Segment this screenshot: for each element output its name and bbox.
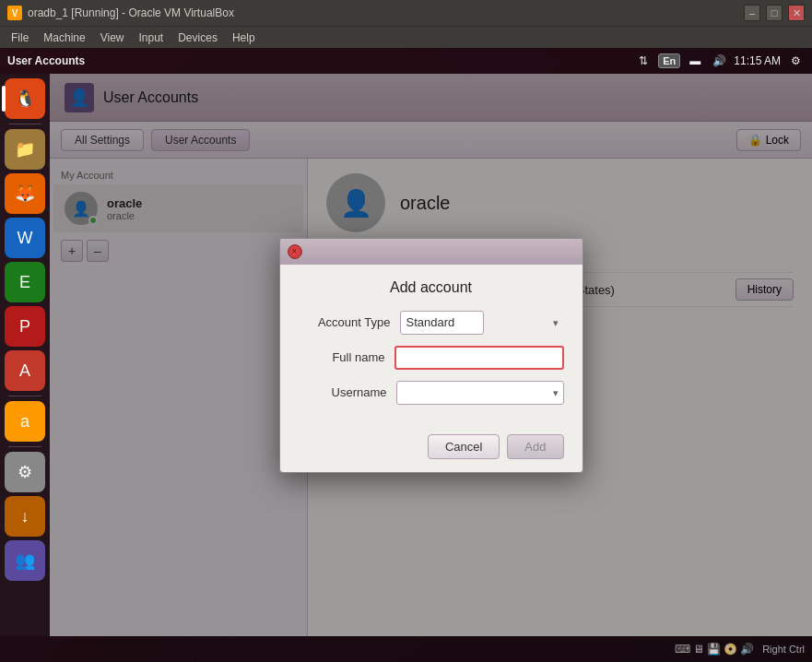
- right-ctrl-label: Right Ctrl: [762, 644, 805, 655]
- impress-icon: P: [19, 317, 30, 337]
- launcher-ubuntu[interactable]: 🐧: [5, 78, 45, 119]
- calc-icon: E: [19, 273, 30, 292]
- username-input[interactable]: [396, 381, 564, 405]
- bottom-icon-2: 🖥: [693, 643, 704, 656]
- battery-icon: ▬: [686, 52, 704, 70]
- launcher-settings[interactable]: ⚙: [5, 452, 45, 492]
- menu-help[interactable]: Help: [225, 30, 263, 46]
- menu-input[interactable]: Input: [132, 30, 171, 46]
- vm-screen: User Accounts ⇅ En ▬ 🔊 11:15 AM ⚙ 🐧 📁 🦊 …: [0, 48, 812, 662]
- bottom-icon-5: 🔊: [740, 643, 754, 656]
- vbox-icon: V: [7, 6, 22, 20]
- restore-button[interactable]: □: [766, 5, 783, 21]
- username-select-wrapper: [396, 381, 564, 405]
- launcher-separator-3: [8, 446, 41, 447]
- fullname-label: Full name: [299, 350, 385, 364]
- bottom-panel: ⌨ 🖥 💾 📀 🔊 Right Ctrl: [0, 636, 812, 662]
- bottom-icons: ⌨ 🖥 💾 📀 🔊 Right Ctrl: [675, 643, 805, 656]
- minimize-button[interactable]: –: [744, 5, 760, 21]
- username-label: Username: [299, 385, 387, 399]
- panel-right: ⇅ En ▬ 🔊 11:15 AM ⚙: [634, 52, 805, 70]
- keyboard-badge[interactable]: En: [658, 53, 680, 68]
- bottom-icon-3: 💾: [707, 643, 721, 656]
- bottom-icon-1: ⌨: [675, 643, 690, 656]
- menu-view[interactable]: View: [93, 30, 132, 46]
- menu-machine[interactable]: Machine: [36, 30, 92, 46]
- dialog-footer: Cancel Add: [280, 427, 583, 472]
- update-icon: A: [19, 361, 30, 381]
- menu-file[interactable]: File: [4, 30, 36, 46]
- launcher-firefox[interactable]: 🦊: [5, 173, 45, 214]
- content-area: 👤 User Accounts All Settings User Accoun…: [50, 74, 812, 636]
- launcher-software[interactable]: ↓: [5, 496, 45, 537]
- software-icon: ↓: [21, 507, 29, 526]
- account-type-row: Account Type Standard Administrator: [299, 311, 564, 335]
- volume-icon: 🔊: [710, 52, 728, 70]
- gear-icon[interactable]: ⚙: [786, 52, 805, 70]
- add-button[interactable]: Add: [507, 434, 563, 459]
- launcher-calc[interactable]: E: [5, 262, 45, 302]
- firefox-icon: 🦊: [15, 183, 35, 204]
- modal-backdrop: × Add account Account Type Standard Admi…: [50, 74, 812, 636]
- add-account-dialog: × Add account Account Type Standard Admi…: [279, 238, 583, 473]
- username-row: Username: [299, 381, 564, 405]
- close-button[interactable]: ✕: [788, 5, 805, 21]
- ubuntu-top-panel: User Accounts ⇅ En ▬ 🔊 11:15 AM ⚙: [0, 48, 812, 74]
- sort-icon: ⇅: [634, 52, 653, 70]
- cancel-button[interactable]: Cancel: [428, 434, 500, 459]
- window-controls: – □ ✕: [744, 5, 805, 21]
- clock[interactable]: 11:15 AM: [734, 54, 781, 67]
- account-type-select[interactable]: Standard Administrator: [400, 311, 484, 335]
- fullname-input[interactable]: [394, 346, 564, 370]
- window-title: oradb_1 [Running] - Oracle VM VirtualBox: [28, 6, 744, 19]
- account-type-select-wrapper: Standard Administrator: [400, 311, 564, 335]
- launcher-files[interactable]: 📁: [5, 129, 45, 170]
- dialog-body: Add account Account Type Standard Admini…: [280, 265, 583, 427]
- menubar: File Machine View Input Devices Help: [0, 26, 812, 48]
- amazon-icon: a: [20, 412, 29, 431]
- launcher-separator-1: [8, 124, 41, 124]
- dialog-title: Add account: [299, 279, 564, 296]
- bottom-icon-4: 📀: [724, 643, 737, 656]
- launcher-writer[interactable]: W: [5, 218, 45, 258]
- dialog-close-button[interactable]: ×: [288, 244, 302, 259]
- launcher: 🐧 📁 🦊 W E P A a ⚙ ↓ 👥: [0, 74, 50, 636]
- dialog-titlebar: ×: [280, 239, 583, 265]
- settings-icon: ⚙: [18, 462, 32, 482]
- launcher-update[interactable]: A: [5, 350, 45, 391]
- ubuntu-icon: 🐧: [15, 89, 35, 109]
- fullname-row: Full name: [299, 346, 564, 370]
- menu-devices[interactable]: Devices: [171, 30, 225, 46]
- dialog-account-type-label: Account Type: [299, 315, 391, 329]
- writer-icon: W: [18, 229, 33, 248]
- files-icon: 📁: [15, 139, 35, 160]
- launcher-separator-2: [8, 396, 41, 396]
- users-icon: 👥: [15, 550, 35, 571]
- panel-app-name: User Accounts: [7, 54, 85, 67]
- launcher-users[interactable]: 👥: [5, 540, 45, 581]
- launcher-amazon[interactable]: a: [5, 401, 45, 442]
- launcher-impress[interactable]: P: [5, 306, 45, 347]
- titlebar: V oradb_1 [Running] - Oracle VM VirtualB…: [0, 0, 812, 26]
